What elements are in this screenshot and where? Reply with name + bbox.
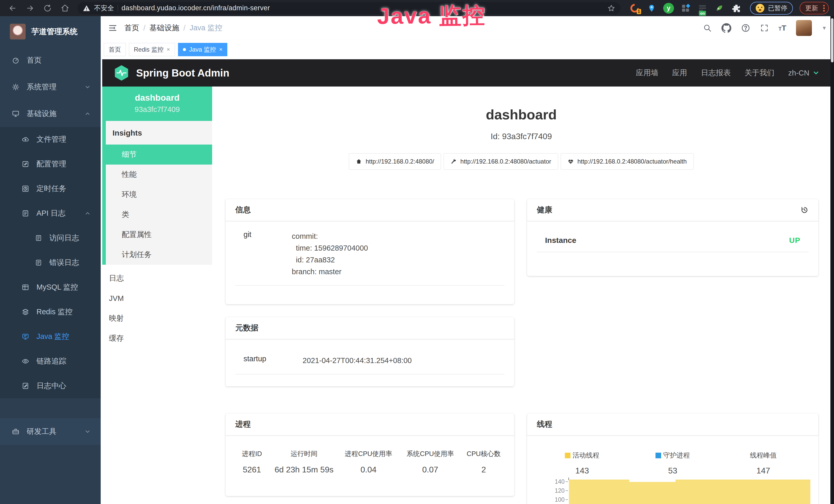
search-icon[interactable] <box>703 24 712 32</box>
extension-orange-icon[interactable]: 1 <box>629 3 640 14</box>
user-avatar[interactable] <box>796 20 812 36</box>
threads-legend: 活动线程 143 守护进程 53 线程峰值 147 <box>537 447 809 476</box>
sidebar-item-job[interactable]: 定时任务 <box>0 176 101 201</box>
log-doc-icon <box>35 259 42 266</box>
sidebar-item-redis[interactable]: Redis 监控 <box>0 300 101 324</box>
home-icon <box>356 158 362 165</box>
sba-locale-select[interactable]: zh-CN <box>788 69 820 77</box>
sba-header: Spring Boot Admin 应用墙 应用 日志报表 关于我们 zh-CN <box>102 59 830 87</box>
sba-item-metrics[interactable]: 性能 <box>106 165 212 185</box>
sidebar-item-tracing[interactable]: 链路追踪 <box>0 349 101 373</box>
extension-green-y-icon[interactable]: y <box>663 3 674 14</box>
sba-instance-header[interactable]: dashboard 93a3fc7f7409 <box>102 87 212 121</box>
font-size-icon[interactable]: TT <box>778 24 787 32</box>
close-icon[interactable]: × <box>167 46 170 53</box>
extension-puzzle-icon[interactable] <box>731 3 742 14</box>
sidebar-item-java[interactable]: Java 监控 <box>0 324 101 349</box>
sba-item-config-props[interactable]: 配置属性 <box>106 225 212 245</box>
peak-threads-value: 147 <box>718 466 809 476</box>
forward-icon[interactable] <box>23 2 38 14</box>
sba-item-caches[interactable]: 缓存 <box>102 328 212 348</box>
sidebar-item-file[interactable]: 文件管理 <box>0 127 101 152</box>
chevron-down-icon <box>812 69 820 76</box>
extension-proxy-icon[interactable]: on <box>697 3 708 14</box>
sidebar-item-config[interactable]: 配置管理 <box>0 152 101 176</box>
process-cpu: 0.04 <box>337 465 400 475</box>
screen: 不安全 dashboard.yudao.iocoder.cn/infra/adm… <box>0 0 834 504</box>
sidebar-item-devtools[interactable]: 研发工具 <box>0 418 101 445</box>
fullscreen-icon[interactable] <box>760 24 769 32</box>
sba-item-classes[interactable]: 类 <box>106 205 212 225</box>
sidebar-item-infra[interactable]: 基础设施 <box>0 100 101 127</box>
sba-sidebar: dashboard 93a3fc7f7409 Insights 细节 性能 环境… <box>102 87 212 504</box>
scrollbar-thumb[interactable] <box>831 18 833 62</box>
extension-pin-icon[interactable] <box>646 3 657 14</box>
tab-java[interactable]: Java 监控 × <box>178 43 227 56</box>
update-button[interactable]: 更新 <box>799 2 829 15</box>
breadcrumb-current: Java 监控 <box>190 23 222 33</box>
info-git-row: git commit: time: 1596289704000 id: 27aa… <box>235 228 504 285</box>
edit-square-icon <box>22 160 29 168</box>
live-threads-value: 143 <box>537 466 628 476</box>
sidebar-item-api-log[interactable]: API 日志 <box>0 201 101 226</box>
sba-nav-journal[interactable]: 日志报表 <box>701 68 731 78</box>
close-icon[interactable]: × <box>219 46 222 53</box>
breadcrumb-section[interactable]: 基础设施 <box>150 23 179 33</box>
sba-frame: Spring Boot Admin 应用墙 应用 日志报表 关于我们 zh-CN <box>102 59 830 504</box>
instance-actuator-link[interactable]: http://192.168.0.2:48080/actuator <box>444 153 558 170</box>
eye-icon <box>22 358 29 365</box>
address-bar[interactable]: 不安全 dashboard.yudao.iocoder.cn/infra/adm… <box>78 2 620 15</box>
app-title: 芋道管理系统 <box>31 26 78 37</box>
sba-item-environment[interactable]: 环境 <box>106 185 212 205</box>
instance-health-link[interactable]: http://192.168.0.2:48080/actuator/health <box>561 153 694 170</box>
tab-home[interactable]: 首页 <box>104 43 126 56</box>
health-card: 健康 Instance UP <box>527 199 818 276</box>
sba-item-logs[interactable]: 日志 <box>102 268 212 288</box>
bookmark-star-icon[interactable] <box>607 4 615 12</box>
info-card: 信息 git commit: time: 1596289704000 id: 2… <box>225 199 514 304</box>
sba-item-scheduled[interactable]: 计划任务 <box>106 245 212 265</box>
y-tick-140: 140 <box>548 478 565 485</box>
extension-leaf-icon[interactable] <box>714 3 725 14</box>
extension-grid-icon[interactable] <box>680 3 691 14</box>
table-icon <box>22 283 29 291</box>
paused-badge[interactable]: 已暂停 <box>750 2 793 15</box>
chevron-up-icon <box>84 110 91 117</box>
url-text[interactable]: dashboard.yudao.iocoder.cn/infra/admin-s… <box>122 4 270 12</box>
legend-yellow-swatch <box>565 453 570 458</box>
sba-nav-applications[interactable]: 应用 <box>672 68 687 78</box>
app-logo-row[interactable]: 芋道管理系统 <box>0 16 101 47</box>
security-label[interactable]: 不安全 <box>94 4 114 13</box>
heartbeat-icon <box>568 158 574 165</box>
sba-item-mappings[interactable]: 映射 <box>102 308 212 328</box>
back-icon[interactable] <box>5 2 20 14</box>
instance-home-link[interactable]: http://192.168.0.2:48080/ <box>349 153 441 170</box>
app-logo <box>10 24 26 40</box>
hamburger-icon[interactable] <box>108 23 118 33</box>
sidebar-item-mysql[interactable]: MySQL 监控 <box>0 275 101 300</box>
home-icon[interactable] <box>58 2 72 14</box>
breadcrumb-home[interactable]: 首页 <box>124 23 139 33</box>
metadata-card: 元数据 startup 2021-04-27T00:44:31.254+08:0… <box>225 317 514 386</box>
sidebar-item-error-log[interactable]: 错误日志 <box>0 250 101 275</box>
sba-item-jvm[interactable]: JVM <box>102 288 212 308</box>
browser-menu-icon[interactable] <box>822 5 825 12</box>
sidebar-item-log-center[interactable]: 日志中心 <box>0 373 101 398</box>
sidebar-item-home[interactable]: 首页 <box>0 47 101 74</box>
tab-redis[interactable]: Redis 监控 × <box>129 43 175 56</box>
sba-nav-wall[interactable]: 应用墙 <box>636 68 658 78</box>
help-icon[interactable] <box>741 23 750 32</box>
user-caret-icon[interactable]: ▼ <box>822 25 827 31</box>
github-icon[interactable] <box>722 23 731 33</box>
sba-nav-about[interactable]: 关于我们 <box>745 68 774 78</box>
sidebar-item-system[interactable]: 系统管理 <box>0 74 101 100</box>
info-card-title: 信息 <box>225 199 514 221</box>
tags-view: 首页 Redis 监控 × Java 监控 × <box>101 40 834 59</box>
metadata-card-title: 元数据 <box>225 317 514 339</box>
page-scrollbar[interactable] <box>830 16 834 504</box>
sidebar-item-access-log[interactable]: 访问日志 <box>0 226 101 250</box>
reload-icon[interactable] <box>40 2 55 14</box>
sba-item-details[interactable]: 细节 <box>102 144 212 165</box>
history-icon[interactable] <box>800 206 809 214</box>
threads-card-title: 线程 <box>527 413 818 435</box>
